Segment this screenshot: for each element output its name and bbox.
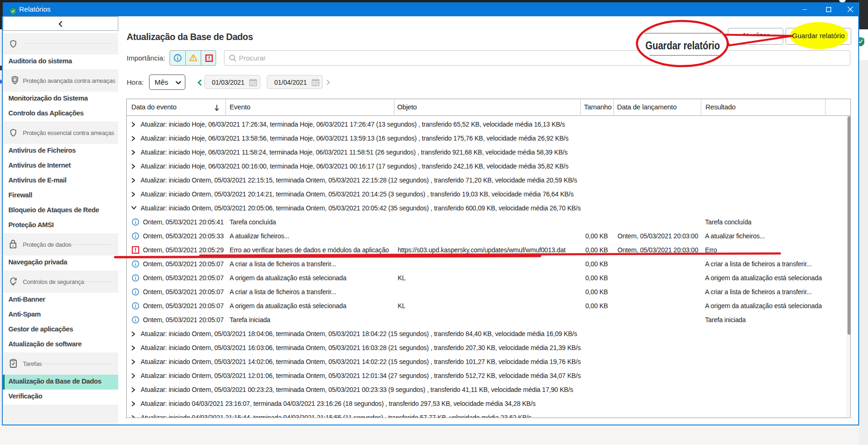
svg-text:Guardar relatório: Guardar relatório — [792, 32, 845, 40]
svg-text:Guardar relatório: Guardar relatório — [645, 39, 720, 52]
